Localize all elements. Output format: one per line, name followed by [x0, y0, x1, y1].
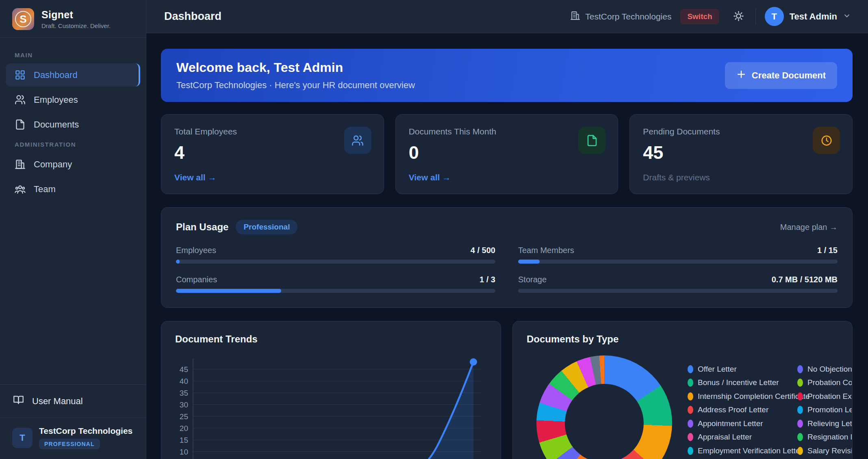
meter-value: 1 / 3 [480, 275, 495, 284]
legend-item-bonus-incentive-letter: Bonus / Incentive Letter [688, 379, 796, 387]
sidebar-item-user-manual[interactable]: User Manual [0, 384, 146, 418]
doughnut-chart [536, 355, 672, 459]
legend-color-dot [688, 420, 693, 428]
legend-color-dot [688, 365, 693, 373]
sidebar-item-label: Company [34, 159, 72, 170]
building-icon [15, 159, 26, 170]
legend-label: Probation Extension [807, 392, 852, 401]
view-all-link[interactable]: View all → [409, 173, 451, 182]
sidebar: S Signet Draft. Customize. Deliver. MAIN… [0, 0, 146, 459]
company-chip: TestCorp Technologies [570, 11, 671, 23]
sidebar-item-dashboard[interactable]: Dashboard [6, 63, 140, 87]
legend-item-salary-revision-letter: Salary Revision Letter [797, 446, 852, 455]
user-menu[interactable]: T Test Admin [765, 7, 851, 26]
legend-item-employment-verification-letter: Employment Verification Letter [688, 446, 796, 455]
sidebar-footer: User Manual T TestCorp Technologies PROF… [0, 384, 146, 459]
document-trends-card: Document Trends 45403530252015105 [161, 321, 501, 459]
company-name: TestCorp Technologies [585, 12, 671, 22]
legend-item-offer-letter: Offer Letter [688, 365, 796, 373]
legend-item-internship-completion-certificate: Internship Completion Certificate [688, 392, 796, 401]
view-all-link[interactable]: View all → [174, 173, 217, 182]
legend-item-no-objection-certificate: No Objection Certificate [797, 365, 852, 373]
plan-tier-badge: Professional [236, 220, 297, 234]
stat-card-documents-this-month: Documents This Month0View all → [395, 114, 618, 194]
legend-color-dot [797, 406, 803, 414]
legend-item-appraisal-letter: Appraisal Letter [688, 433, 796, 442]
theme-toggle-button[interactable] [731, 8, 746, 25]
svg-text:45: 45 [180, 365, 188, 374]
users-icon [344, 127, 371, 154]
app-logo: S [12, 8, 34, 30]
stat-value: 0 [409, 142, 605, 163]
stat-cards: Total Employees4View all →Documents This… [161, 114, 853, 194]
stat-card-pending-documents: Pending Documents45Drafts & previews [629, 114, 853, 194]
switch-company-button[interactable]: Switch [680, 9, 719, 24]
meter-label: Team Members [518, 246, 574, 255]
dashboard-content: Welcome back, Test Admin TestCorp Techno… [146, 33, 868, 459]
plan-usage-title: Plan Usage [176, 221, 228, 233]
progress-track [176, 260, 495, 264]
chevron-down-icon [843, 12, 851, 22]
create-document-button[interactable]: Create Document [725, 62, 837, 89]
document-trends-chart: 45403530252015105 [174, 353, 495, 459]
svg-text:35: 35 [180, 389, 188, 397]
sidebar-item-team[interactable]: Team [6, 178, 140, 201]
sidebar-item-documents[interactable]: Documents [6, 113, 140, 136]
sidebar-item-company[interactable]: Company [6, 153, 140, 176]
org-switcher[interactable]: T TestCorp Technologies PROFESSIONAL [0, 418, 146, 459]
progress-track [176, 289, 495, 293]
legend-item-resignation-letter: Resignation Letter [797, 433, 852, 442]
legend-label: Internship Completion Certificate [698, 392, 810, 401]
file-icon [15, 119, 26, 130]
team-icon [15, 184, 26, 195]
meter-label: Employees [176, 246, 216, 255]
plus-icon [736, 69, 746, 82]
user-name: Test Admin [790, 11, 837, 22]
org-name: TestCorp Technologies [39, 426, 132, 436]
org-avatar: T [12, 428, 33, 448]
legend-color-dot [688, 379, 693, 387]
welcome-title: Welcome back, Test Admin [176, 60, 415, 75]
plan-meter-companies: Companies1 / 3 [176, 275, 495, 293]
plan-meter-team-members: Team Members1 / 15 [518, 246, 838, 264]
topbar-divider [755, 8, 756, 25]
legend-color-dot [688, 447, 693, 455]
legend-label: Appraisal Letter [698, 433, 752, 442]
stat-label: Documents This Month [409, 127, 605, 136]
stat-card-total-employees: Total Employees4View all → [161, 114, 384, 194]
legend-color-dot [688, 433, 693, 441]
document-trends-title: Document Trends [175, 333, 487, 345]
legend-label: Employment Verification Letter [698, 446, 803, 455]
meter-label: Companies [176, 275, 217, 284]
book-open-icon [13, 394, 24, 408]
svg-text:30: 30 [180, 401, 188, 409]
sun-icon [733, 11, 744, 23]
meter-value: 0.7 MB / 5120 MB [772, 275, 838, 284]
brand: S Signet Draft. Customize. Deliver. [0, 0, 146, 38]
users-icon [15, 94, 26, 105]
svg-text:40: 40 [180, 377, 188, 385]
progress-fill [518, 260, 540, 264]
legend-color-dot [797, 447, 803, 455]
legend-item-address-proof-letter: Address Proof Letter [688, 406, 796, 414]
legend-label: Offer Letter [698, 365, 737, 374]
manage-plan-link[interactable]: Manage plan → [780, 223, 838, 232]
legend-label: Relieving Letter [807, 419, 852, 428]
legend-label: Appointment Letter [698, 419, 763, 428]
legend-item-probation-extension: Probation Extension [797, 392, 852, 401]
user-avatar: T [765, 7, 784, 26]
legend-label: Bonus / Incentive Letter [698, 378, 779, 387]
svg-text:15: 15 [180, 436, 188, 444]
clock-icon [813, 127, 840, 154]
file-icon [578, 127, 605, 154]
app-tagline: Draft. Customize. Deliver. [41, 22, 111, 29]
legend-label: Resignation Letter [807, 433, 852, 442]
documents-by-type-title: Documents by Type [527, 333, 838, 345]
plan-meter-storage: Storage0.7 MB / 5120 MB [518, 275, 838, 293]
legend-column-1: Offer LetterBonus / Incentive LetterInte… [688, 365, 796, 459]
charts-row: Document Trends 45403530252015105 Docume… [161, 321, 853, 459]
legend-label: Salary Revision Letter [807, 446, 852, 455]
sidebar-item-employees[interactable]: Employees [6, 88, 140, 111]
legend-color-dot [688, 406, 693, 414]
documents-by-type-card: Documents by Type Offer LetterBonus / In… [512, 321, 853, 459]
